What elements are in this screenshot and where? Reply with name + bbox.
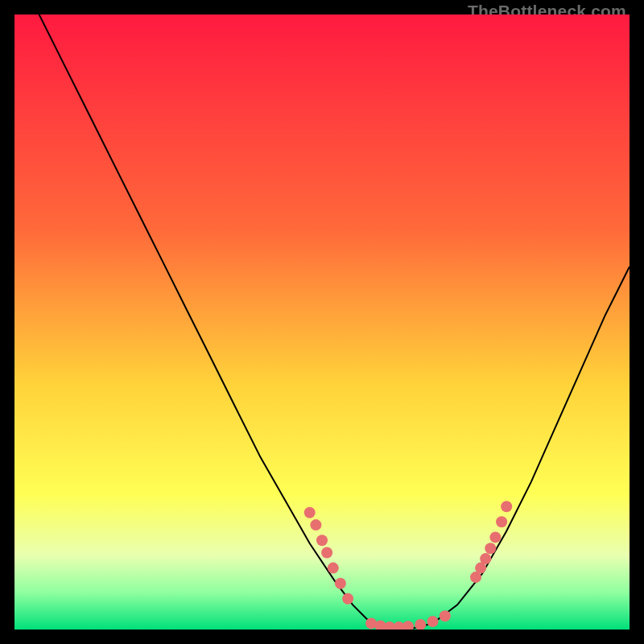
chart-frame <box>14 14 630 630</box>
chart-svg <box>14 14 630 630</box>
marker-dot <box>304 507 316 518</box>
marker-dot <box>489 531 501 543</box>
marker-dot <box>501 501 512 512</box>
marker-dot <box>440 610 451 621</box>
marker-dot <box>485 543 496 554</box>
marker-dot <box>335 578 346 589</box>
marker-dot <box>342 593 353 605</box>
marker-dot <box>427 616 439 627</box>
marker-dot <box>328 563 339 574</box>
marker-dot <box>496 516 507 527</box>
marker-dot <box>316 535 328 546</box>
marker-dot <box>480 553 491 564</box>
marker-dot <box>321 547 332 559</box>
marker-dot <box>310 519 321 530</box>
